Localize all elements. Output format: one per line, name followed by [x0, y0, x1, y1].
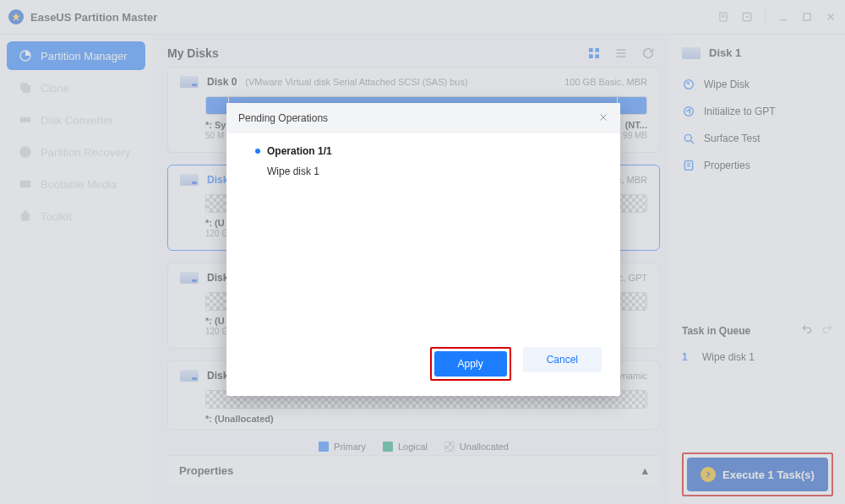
- dialog-title: Pending Operations: [238, 112, 328, 124]
- operation-title: Operation 1/1: [267, 145, 332, 157]
- apply-button[interactable]: Apply: [434, 351, 507, 377]
- app-window: EaseUS Partition Master Partition Manage…: [0, 0, 845, 504]
- pending-operations-dialog: Pending Operations Operation 1/1 Wipe di…: [226, 103, 620, 396]
- cancel-button[interactable]: Cancel: [523, 347, 602, 372]
- bullet-icon: [255, 149, 260, 154]
- apply-button-highlight: Apply: [430, 347, 511, 381]
- dialog-close-icon[interactable]: [598, 112, 608, 125]
- operation-description: Wipe disk 1: [267, 165, 592, 177]
